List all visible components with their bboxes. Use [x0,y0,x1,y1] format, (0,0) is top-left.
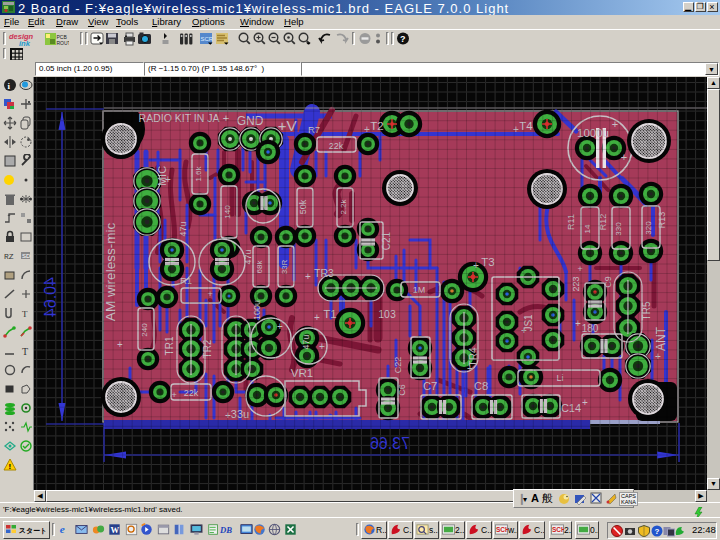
svg-text:R1: R1 [180,275,192,286]
svg-text:+: + [305,271,311,282]
svg-text:PCB: PCB [57,34,68,40]
svg-text:+: + [582,397,588,408]
svg-text:22k: 22k [184,388,199,398]
svg-text:320: 320 [644,221,653,235]
svg-text:SCR: SCR [201,36,214,42]
svg-text:TR1: TR1 [164,336,175,355]
svg-text:47u: 47u [243,249,253,264]
svg-text:1.6k: 1.6k [194,165,203,181]
svg-text:ANT: ANT [654,326,668,351]
svg-text:+: + [621,151,627,163]
svg-text:?: ? [655,527,660,536]
svg-text:330: 330 [614,222,623,236]
svg-text:C6: C6 [397,384,407,396]
svg-text:T1: T1 [323,308,336,320]
svg-text:+: + [655,351,661,362]
svg-text:e: e [60,523,65,535]
svg-text:223: 223 [571,276,581,291]
svg-text:1000u: 1000u [577,127,609,139]
svg-text:+: + [223,112,229,124]
svg-text:SCH: SCH [552,526,564,533]
svg-text:+: + [575,318,581,329]
svg-text:C9: C9 [603,276,613,288]
svg-text:TR2: TR2 [202,339,213,358]
svg-text:C7: C7 [423,380,437,392]
svg-text:ink: ink [19,39,31,47]
svg-text:ROUTE: ROUTE [57,40,70,46]
svg-text:SCH: SCH [496,526,508,533]
svg-text:DB: DB [220,525,232,535]
svg-text:T3: T3 [481,256,494,268]
svg-text:+: + [577,264,582,274]
svg-text:47u: 47u [301,334,311,349]
svg-text:+: + [171,390,176,400]
svg-text:T: T [22,346,28,357]
svg-text:T: T [22,309,28,319]
svg-text:RADIO KIT IN JA: RADIO KIT IN JA [139,112,220,124]
svg-text:!: ! [9,462,12,471]
svg-text:AM wireless-mic: AM wireless-mic [103,223,118,322]
svg-text:TR5: TR5 [641,301,652,320]
svg-text:+: + [364,124,370,135]
svg-text:+: + [612,118,618,130]
svg-text:100u: 100u [252,300,262,320]
svg-text:W: W [111,525,120,535]
svg-text:SD: SD [22,253,31,259]
svg-text:+V: +V [278,117,297,134]
svg-text:?: ? [400,34,406,44]
svg-text:RZ: RZ [4,252,14,261]
